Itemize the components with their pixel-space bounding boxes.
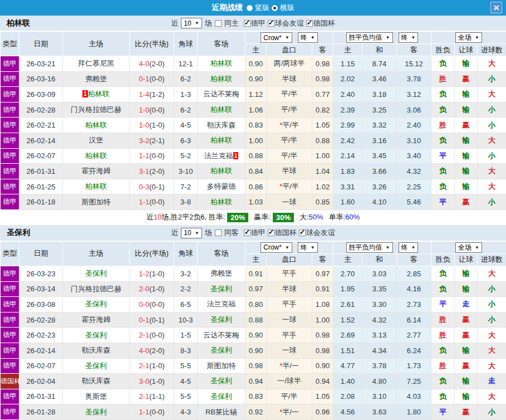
layout-radio[interactable] [272, 5, 278, 11]
cell-avg-home: 2.99 [333, 118, 362, 133]
match-row: 德甲26-03-08圣保利0-0(0-0)6-5法兰克福0.80平手1.082.… [1, 297, 506, 312]
cell-odds-home: 1.00 [245, 133, 267, 148]
cell-home-team: 弗赖堡 [63, 71, 130, 87]
bookmaker-select[interactable]: Crow*▼ [261, 32, 292, 43]
column-header: 比分(半场) [130, 32, 174, 56]
cell-handicap-result: 输 [455, 266, 478, 281]
cell-handicap-result: 赢 [455, 358, 478, 374]
average-time-select[interactable]: 终▼ [399, 242, 419, 253]
bookmaker-select[interactable]: Crow*▼ [261, 242, 292, 253]
match-count-select[interactable]: 10▼ [181, 18, 202, 28]
scope-select[interactable]: 全场▼ [455, 32, 482, 43]
scope-select[interactable]: 全场▼ [455, 242, 482, 253]
cell-date: 26-03-09 [19, 87, 63, 102]
cell-home-team: 汉堡 [63, 133, 130, 148]
cell-away-team: 圣保利 [198, 343, 245, 358]
layout-radio-label[interactable]: 竖版 [255, 3, 269, 13]
cell-score: 2-0(1-0) [130, 281, 174, 297]
cell-corner: 1-5 [174, 328, 198, 343]
league-checkbox[interactable] [244, 20, 250, 27]
league-checkbox[interactable] [268, 20, 274, 27]
cell-handicap: 一/球半 [267, 374, 312, 389]
average-group-header: 胜平负均值▼终▼ [333, 241, 431, 253]
cell-avg-home: 2.08 [333, 389, 362, 404]
cell-odds-home: 0.88 [245, 148, 267, 164]
layout-radio-label[interactable]: 横版 [280, 3, 294, 13]
cell-avg-home: 2.70 [333, 266, 362, 281]
cell-date: 26-02-14 [19, 133, 63, 148]
cell-avg-home: 1.60 [333, 194, 362, 210]
cell-goals: 大 [478, 87, 506, 102]
cell-date: 26-02-28 [19, 102, 63, 118]
average-type-select[interactable]: 胜平负均值▼ [346, 32, 393, 43]
cell-avg-home: 2.02 [333, 71, 362, 87]
cell-avg-away: 5.46 [397, 194, 431, 210]
cell-date: 26-02-07 [19, 358, 63, 374]
match-row: 德甲26-02-23圣保利2-1(0-0)1-5云达不莱梅0.90平手0.982… [1, 328, 506, 343]
cell-result: 平 [431, 404, 455, 420]
cell-avg-away: 2.73 [397, 297, 431, 312]
match-row: 德甲26-03-16弗赖堡0-1(0-0)6-2柏林联0.90半球0.982.0… [1, 71, 506, 87]
average-time-select[interactable]: 终▼ [399, 32, 419, 43]
cell-goals: 小 [478, 194, 506, 210]
cell-odds-home: 0.83 [245, 389, 267, 404]
cell-avg-draw: 3.63 [362, 404, 397, 420]
cell-league: 德甲 [1, 266, 19, 281]
cell-avg-away: 2.40 [397, 118, 431, 133]
cell-avg-away: 3.10 [397, 133, 431, 148]
match-row: 德甲26-01-31霍芬海姆3-1(2-0)3-10柏林联0.84半球1.041… [1, 164, 506, 179]
cell-handicap-result: 赢 [455, 328, 478, 343]
handicap-rate-badge: 30% [273, 213, 294, 222]
team-name: 圣保利 [7, 228, 30, 238]
cell-date: 26-03-21 [19, 56, 63, 72]
league-checkbox[interactable] [306, 20, 313, 27]
cell-home-team: 圣保利 [63, 297, 130, 312]
cell-handicap-result: 输 [455, 179, 478, 194]
cell-corner: 1-3 [174, 87, 198, 102]
layout-radio-group: 竖版横版 [247, 3, 294, 13]
column-header: 日期 [19, 32, 63, 56]
chevron-down-icon: ▼ [475, 245, 479, 250]
layout-radio[interactable] [247, 5, 253, 11]
close-icon[interactable]: ✕ [490, 2, 502, 13]
cell-avg-draw: 3.46 [362, 71, 397, 87]
cell-odds-home: 0.88 [245, 312, 267, 328]
league-checkbox[interactable] [268, 229, 274, 236]
cell-avg-draw: 3.10 [362, 389, 397, 404]
column-header: 主 [245, 253, 267, 266]
league-checkbox[interactable] [299, 229, 306, 236]
cell-avg-home: 3.31 [333, 179, 362, 194]
cell-league: 德国杯 [1, 374, 19, 389]
odds-time-select[interactable]: 终▼ [298, 32, 318, 43]
cell-handicap-result: 输 [455, 281, 478, 297]
cell-odds-away: 1.05 [312, 389, 333, 404]
league-checkbox[interactable] [244, 229, 250, 236]
average-type-select[interactable]: 胜平负均值▼ [346, 242, 393, 253]
cell-odds-home: 0.94 [245, 374, 267, 389]
same-venue-checkbox[interactable] [215, 229, 222, 236]
match-count-select[interactable]: 10▼ [181, 228, 202, 238]
league-filter-group: 德甲德国杯球会友谊 [242, 228, 335, 238]
bookmaker-group-header: Crow*▼终▼ [245, 32, 333, 44]
cell-league: 德甲 [1, 404, 19, 420]
cell-handicap: 平/半 [267, 133, 312, 148]
odds-time-select[interactable]: 终▼ [298, 242, 318, 253]
cell-away-team: 柏林联 [198, 164, 245, 179]
cell-away-team: 弗赖堡 [198, 266, 245, 281]
cell-odds-away: 1.02 [312, 179, 333, 194]
cell-score: 0-3(0-1) [130, 179, 174, 194]
same-venue-checkbox[interactable] [215, 20, 222, 27]
cell-away-team: 斯图加特 [198, 358, 245, 374]
cell-result: 胜 [431, 71, 455, 87]
chevron-down-icon: ▼ [411, 245, 416, 250]
cell-home-team: 圣保利 [63, 404, 130, 420]
page-title: 近期战绩 [212, 3, 243, 13]
cell-league: 德甲 [1, 297, 19, 312]
cell-date: 26-02-07 [19, 148, 63, 164]
cell-handicap-result: 输 [455, 133, 478, 148]
cell-avg-home: 1.52 [333, 312, 362, 328]
cell-score: 4-0(2-0) [130, 56, 174, 72]
cell-handicap-result: 输 [455, 148, 478, 164]
cell-avg-away: 3.40 [397, 148, 431, 164]
cell-away-team: 圣保利 [198, 389, 245, 404]
